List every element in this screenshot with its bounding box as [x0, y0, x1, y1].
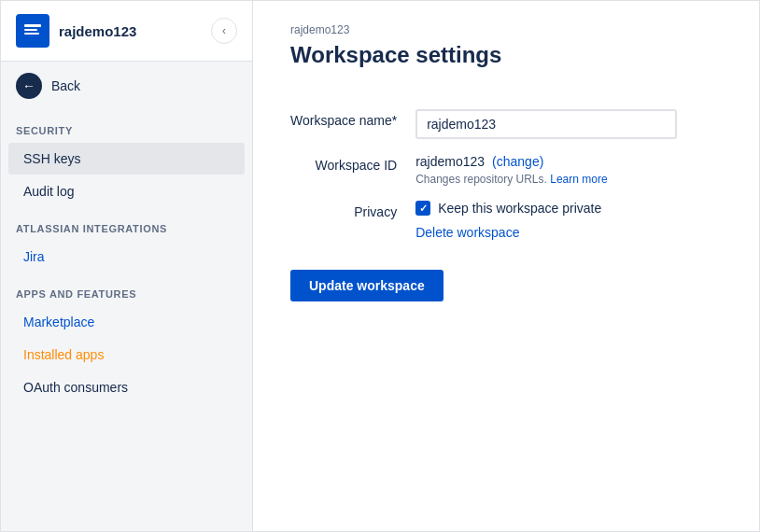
svg-rect-2	[24, 33, 39, 35]
workspace-id-label: Workspace ID	[290, 150, 415, 186]
helper-text-content: Changes repository URLs.	[415, 173, 547, 186]
workspace-id-value: rajdemo123	[415, 154, 485, 169]
settings-form: Workspace name* Workspace ID rajdemo123 …	[290, 94, 677, 251]
sidebar-item-audit-log[interactable]: Audit log	[8, 175, 245, 207]
privacy-checkbox-label: Keep this workspace private	[438, 201, 601, 216]
sidebar-item-ssh-keys[interactable]: SSH keys	[8, 143, 245, 175]
workspace-name: rajdemo123	[59, 23, 136, 39]
update-workspace-button[interactable]: Update workspace	[290, 270, 443, 301]
learn-more-link[interactable]: Learn more	[550, 173, 607, 186]
workspace-name-row: Workspace name*	[290, 105, 677, 139]
workspace-name-input[interactable]	[415, 109, 677, 139]
workspace-name-label: Workspace name*	[290, 105, 415, 139]
sidebar-item-marketplace[interactable]: Marketplace	[8, 306, 245, 338]
workspace-name-field	[415, 105, 677, 139]
privacy-field: Keep this workspace private Delete works…	[415, 197, 677, 240]
workspace-id-field: rajdemo123 (change) Changes repository U…	[415, 150, 677, 186]
section-label-apps: APPS AND FEATURES	[1, 273, 252, 305]
section-label-atlassian: ATLASSIAN INTEGRATIONS	[1, 208, 252, 240]
sidebar-scroll: SECURITY SSH keys Audit log ATLASSIAN IN…	[1, 110, 252, 531]
sidebar-item-installed-apps[interactable]: Installed apps	[8, 339, 245, 371]
privacy-row: Privacy Keep this workspace private Dele…	[290, 197, 677, 240]
svg-rect-1	[24, 29, 37, 31]
change-link[interactable]: (change)	[492, 154, 543, 169]
privacy-label: Privacy	[290, 197, 415, 240]
page-title: Workspace settings	[290, 42, 722, 68]
delete-workspace-link[interactable]: Delete workspace	[415, 225, 677, 240]
section-label-security: SECURITY	[1, 110, 252, 142]
back-label: Back	[51, 78, 80, 93]
sidebar-item-oauth-consumers[interactable]: OAuth consumers	[8, 371, 245, 403]
privacy-checkbox[interactable]	[415, 201, 430, 216]
privacy-checkbox-row: Keep this workspace private	[415, 201, 677, 216]
breadcrumb: rajdemo123	[290, 23, 722, 36]
sidebar: rajdemo123 ‹ ← Back SECURITY SSH keys Au…	[1, 1, 253, 531]
workspace-icon	[16, 14, 49, 48]
workspace-id-row: Workspace ID rajdemo123 (change) Changes…	[290, 150, 677, 186]
back-arrow-icon: ←	[16, 73, 42, 99]
helper-text: Changes repository URLs. Learn more	[415, 173, 677, 186]
main-content: rajdemo123 Workspace settings Workspace …	[253, 1, 759, 531]
svg-rect-0	[24, 24, 41, 27]
sidebar-item-jira[interactable]: Jira	[8, 241, 245, 273]
collapse-button[interactable]: ‹	[211, 18, 237, 44]
back-button[interactable]: ← Back	[1, 62, 252, 110]
sidebar-header: rajdemo123 ‹	[1, 1, 252, 62]
